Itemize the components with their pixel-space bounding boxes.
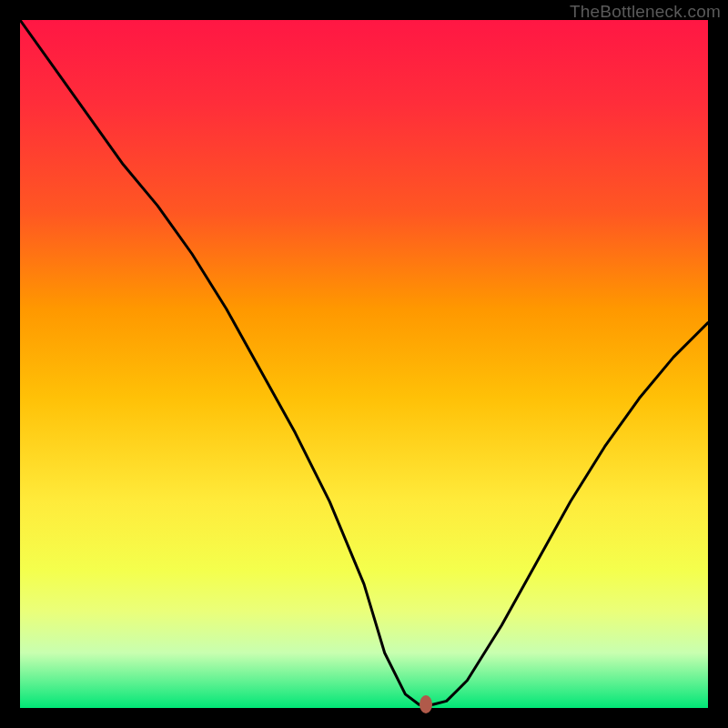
minimum-marker [420, 695, 432, 713]
watermark-label: TheBottleneck.com [570, 2, 721, 22]
chart-frame: TheBottleneck.com [0, 0, 728, 728]
line-curve [20, 20, 708, 708]
plot-area [20, 20, 708, 708]
